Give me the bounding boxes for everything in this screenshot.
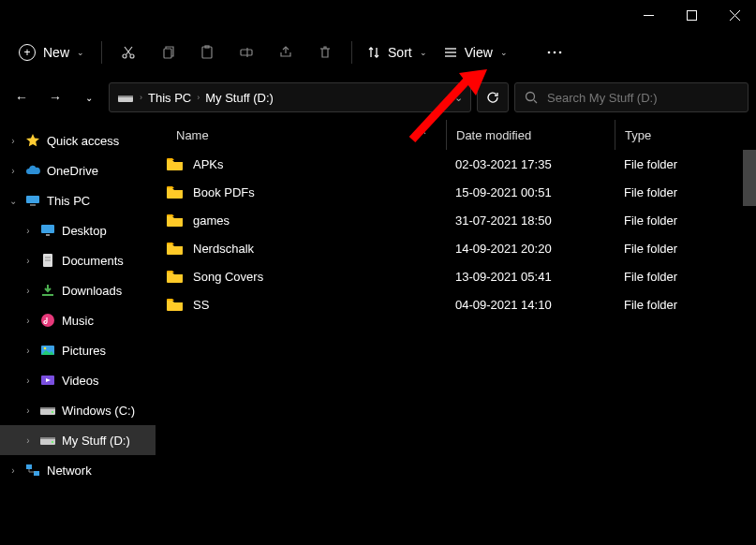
cut-button[interactable] (110, 36, 147, 69)
more-button[interactable] (536, 36, 573, 69)
chevron-icon: › (22, 226, 34, 236)
folder-icon (167, 185, 184, 199)
sidebar-item-label: Videos (62, 374, 99, 388)
view-label: View (465, 45, 493, 60)
column-header-date[interactable]: Date modified (446, 120, 615, 150)
sidebar-item[interactable]: ›My Stuff (D:) (0, 425, 156, 455)
chevron-right-icon: › (197, 93, 200, 102)
svg-rect-20 (118, 96, 133, 97)
title-bar (0, 0, 756, 30)
file-name: Nerdschalk (193, 242, 254, 256)
svg-point-5 (130, 54, 134, 58)
new-button[interactable]: + New ⌄ (9, 38, 94, 66)
breadcrumb-current[interactable]: My Stuff (D:) (205, 91, 274, 105)
desktop-icon (39, 222, 56, 239)
network-icon (24, 462, 41, 479)
svg-rect-30 (42, 294, 53, 296)
doc-icon (39, 252, 56, 269)
column-headers: Name ⌃ Date modified Type (156, 120, 756, 150)
view-button[interactable]: View ⌄ (437, 39, 515, 66)
sort-button[interactable]: Sort ⌄ (360, 39, 435, 66)
sidebar-item-label: This PC (47, 194, 90, 208)
svg-rect-25 (41, 225, 54, 233)
sidebar-item[interactable]: ›Music (0, 305, 156, 335)
chevron-icon: › (22, 435, 34, 446)
paste-button[interactable] (188, 36, 226, 69)
chevron-icon: › (22, 376, 34, 386)
chevron-down-icon[interactable]: ⌄ (454, 92, 463, 104)
sidebar: ›Quick access›OneDrive⌄This PC›Desktop›D… (0, 120, 156, 545)
back-button[interactable]: ← (7, 83, 36, 111)
forward-button[interactable]: → (41, 83, 69, 111)
command-toolbar: + New ⌄ Sort ⌄ View ⌄ (0, 30, 756, 75)
file-row[interactable]: SS04-09-2021 14:10File folder (156, 290, 756, 318)
share-button[interactable] (267, 36, 304, 69)
chevron-icon: ⌄ (7, 196, 19, 206)
svg-point-16 (547, 52, 550, 54)
sidebar-item[interactable]: ⌄This PC (0, 185, 156, 215)
search-placeholder: Search My Stuff (D:) (547, 91, 658, 105)
file-date: 13-09-2021 05:41 (446, 270, 615, 284)
sidebar-item[interactable]: ›Windows (C:) (0, 395, 156, 425)
scrollbar[interactable] (743, 150, 756, 206)
file-type: File folder (615, 270, 756, 284)
file-date: 14-09-2021 20:20 (446, 242, 615, 256)
sort-icon (367, 46, 380, 59)
separator (101, 41, 102, 64)
plus-icon: + (19, 44, 36, 61)
chevron-icon: › (22, 316, 34, 326)
file-name: Song Covers (193, 270, 263, 284)
sort-label: Sort (388, 45, 412, 60)
maximize-button[interactable] (670, 0, 713, 30)
sidebar-item-label: Pictures (62, 344, 106, 358)
chevron-icon: › (22, 256, 34, 266)
file-row[interactable]: Nerdschalk14-09-2021 20:20File folder (156, 234, 756, 262)
refresh-button[interactable] (477, 82, 509, 112)
column-header-name[interactable]: Name ⌃ (156, 128, 446, 142)
sidebar-item[interactable]: ›Pictures (0, 335, 156, 365)
sidebar-item[interactable]: ›Videos (0, 365, 156, 395)
drive-icon (39, 432, 56, 449)
chevron-down-icon: ⌄ (77, 48, 84, 57)
file-row[interactable]: games31-07-2021 18:50File folder (156, 206, 756, 234)
svg-rect-1 (687, 10, 696, 20)
breadcrumb-root[interactable]: This PC (148, 91, 191, 105)
sidebar-item[interactable]: ›Desktop (0, 215, 156, 245)
chevron-icon: › (7, 166, 19, 176)
video-icon (39, 372, 56, 389)
sidebar-item[interactable]: ›Network (0, 455, 156, 485)
sidebar-item[interactable]: ›Downloads (0, 275, 156, 305)
chevron-icon: › (7, 465, 19, 476)
svg-point-21 (526, 93, 535, 101)
file-row[interactable]: APKs02-03-2021 17:35File folder (156, 150, 756, 178)
file-row[interactable]: Book PDFs15-09-2021 00:51File folder (156, 178, 756, 206)
address-bar[interactable]: › This PC › My Stuff (D:) ⌄ (109, 82, 471, 112)
recent-button[interactable]: ⌄ (75, 83, 103, 111)
close-button[interactable] (713, 0, 756, 30)
search-input[interactable]: Search My Stuff (D:) (514, 82, 749, 112)
sort-indicator-icon: ⌃ (420, 130, 427, 140)
sidebar-item[interactable]: ›Quick access (0, 125, 156, 155)
file-row[interactable]: Song Covers13-09-2021 05:41File folder (156, 262, 756, 290)
rename-button[interactable] (228, 36, 265, 69)
music-icon (39, 312, 56, 329)
pic-icon (39, 342, 56, 359)
file-pane: Name ⌃ Date modified Type APKs02-03-2021… (156, 120, 756, 545)
copy-button[interactable] (149, 36, 186, 69)
sidebar-item[interactable]: ›OneDrive (0, 155, 156, 185)
file-name: games (193, 214, 230, 228)
sidebar-item[interactable]: ›Documents (0, 245, 156, 275)
folder-icon (167, 214, 184, 227)
delete-button[interactable] (306, 36, 344, 69)
new-label: New (43, 45, 69, 60)
sidebar-item-label: OneDrive (47, 164, 98, 178)
chevron-down-icon: ⌄ (500, 48, 508, 57)
folder-icon (167, 157, 184, 170)
minimize-button[interactable] (627, 0, 670, 30)
file-date: 04-09-2021 14:10 (446, 298, 615, 312)
svg-line-22 (534, 100, 537, 103)
search-icon (525, 91, 538, 104)
column-header-type[interactable]: Type (615, 120, 756, 150)
chevron-icon: › (7, 136, 19, 146)
svg-point-33 (44, 347, 47, 350)
